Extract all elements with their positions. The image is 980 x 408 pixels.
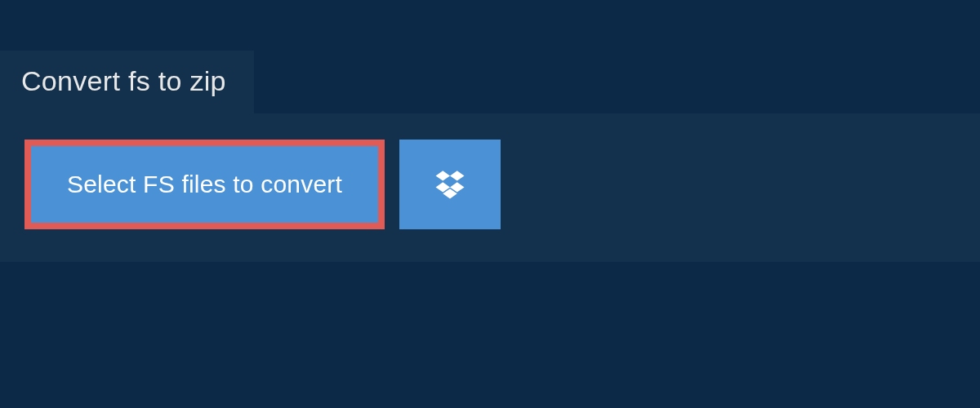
tab-label: Convert fs to zip xyxy=(21,65,226,96)
select-files-button[interactable]: Select FS files to convert xyxy=(31,146,378,223)
dropbox-icon xyxy=(433,166,467,203)
tab-convert[interactable]: Convert fs to zip xyxy=(0,51,254,113)
select-files-label: Select FS files to convert xyxy=(67,171,342,198)
converter-panel: Select FS files to convert xyxy=(0,113,980,262)
dropbox-button[interactable] xyxy=(399,140,501,229)
tab-bar: Convert fs to zip xyxy=(0,0,980,113)
action-row: Select FS files to convert xyxy=(24,140,956,229)
highlight-frame: Select FS files to convert xyxy=(24,140,385,229)
